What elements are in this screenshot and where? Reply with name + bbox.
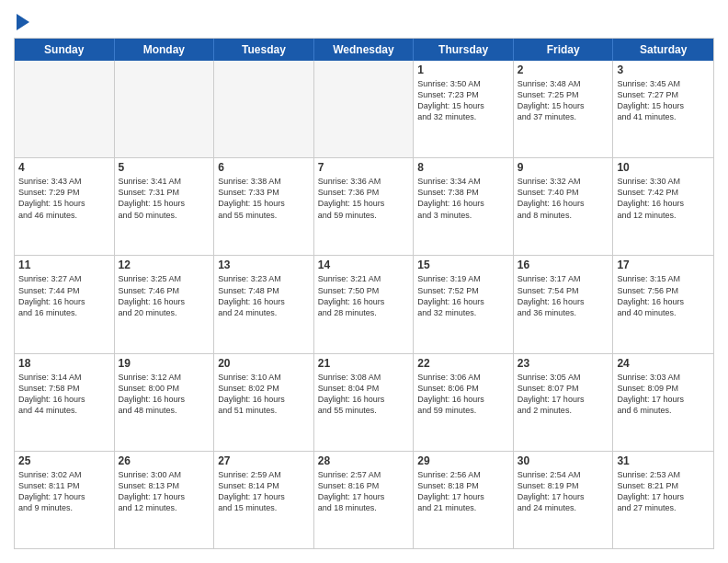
cell-info: Sunrise: 3:21 AMSunset: 7:50 PMDaylight:… [318,273,410,318]
cal-cell: 29Sunrise: 2:56 AMSunset: 8:18 PMDayligh… [414,452,514,548]
cal-cell: 9Sunrise: 3:32 AMSunset: 7:40 PMDaylight… [514,158,614,255]
cal-cell: 31Sunrise: 2:53 AMSunset: 8:21 PMDayligh… [613,452,713,548]
day-number: 28 [318,454,410,467]
day-number: 27 [218,454,310,467]
day-number: 6 [218,161,310,174]
day-number: 18 [18,357,110,370]
cell-info: Sunrise: 2:54 AMSunset: 8:19 PMDaylight:… [518,469,609,514]
cell-info: Sunrise: 3:25 AMSunset: 7:46 PMDaylight:… [119,273,210,318]
cell-info: Sunrise: 3:15 AMSunset: 7:56 PMDaylight:… [617,273,710,318]
cell-info: Sunrise: 3:30 AMSunset: 7:42 PMDaylight:… [617,176,710,221]
cal-cell [214,61,314,157]
cell-info: Sunrise: 2:57 AMSunset: 8:16 PMDaylight:… [318,469,410,514]
day-number: 5 [119,161,210,174]
day-number: 2 [518,63,609,76]
day-number: 12 [119,259,210,271]
cal-cell: 5Sunrise: 3:41 AMSunset: 7:31 PMDaylight… [115,158,215,255]
day-number: 23 [518,357,609,370]
cal-cell: 23Sunrise: 3:05 AMSunset: 8:07 PMDayligh… [514,354,614,451]
cal-cell: 2Sunrise: 3:48 AMSunset: 7:25 PMDaylight… [514,61,614,157]
cal-cell: 12Sunrise: 3:25 AMSunset: 7:46 PMDayligh… [115,256,215,352]
cal-cell: 24Sunrise: 3:03 AMSunset: 8:09 PMDayligh… [613,354,713,451]
day-number: 31 [617,454,710,467]
cell-info: Sunrise: 3:02 AMSunset: 8:11 PMDaylight:… [18,469,110,514]
cell-info: Sunrise: 3:23 AMSunset: 7:48 PMDaylight:… [218,273,310,318]
cell-info: Sunrise: 3:50 AMSunset: 7:23 PMDaylight:… [417,78,509,123]
calendar: SundayMondayTuesdayWednesdayThursdayFrid… [14,38,714,549]
cell-info: Sunrise: 3:48 AMSunset: 7:25 PMDaylight:… [518,78,609,123]
cell-info: Sunrise: 3:34 AMSunset: 7:38 PMDaylight:… [417,176,509,221]
calendar-header: SundayMondayTuesdayWednesdayThursdayFrid… [15,39,713,61]
day-number: 17 [617,259,710,271]
cell-info: Sunrise: 3:06 AMSunset: 8:06 PMDaylight:… [417,372,509,417]
cell-info: Sunrise: 3:36 AMSunset: 7:36 PMDaylight:… [318,176,410,221]
calendar-row-1: 4Sunrise: 3:43 AMSunset: 7:29 PMDaylight… [15,158,713,256]
cal-cell: 17Sunrise: 3:15 AMSunset: 7:56 PMDayligh… [613,256,713,352]
cell-info: Sunrise: 3:41 AMSunset: 7:31 PMDaylight:… [119,176,210,221]
day-number: 25 [18,454,110,467]
calendar-row-0: 1Sunrise: 3:50 AMSunset: 7:23 PMDaylight… [15,61,713,158]
header-day-sunday: Sunday [15,39,115,61]
cal-cell: 14Sunrise: 3:21 AMSunset: 7:50 PMDayligh… [314,256,415,352]
cal-cell: 30Sunrise: 2:54 AMSunset: 8:19 PMDayligh… [514,452,614,548]
day-number: 16 [518,259,609,271]
header-day-friday: Friday [514,39,614,61]
cal-cell [115,61,215,157]
day-number: 9 [518,161,609,174]
cal-cell: 10Sunrise: 3:30 AMSunset: 7:42 PMDayligh… [613,158,713,255]
calendar-row-4: 25Sunrise: 3:02 AMSunset: 8:11 PMDayligh… [15,452,713,548]
header-day-tuesday: Tuesday [214,39,314,61]
cell-info: Sunrise: 3:27 AMSunset: 7:44 PMDaylight:… [18,273,110,318]
cell-info: Sunrise: 3:43 AMSunset: 7:29 PMDaylight:… [18,176,110,221]
calendar-row-3: 18Sunrise: 3:14 AMSunset: 7:58 PMDayligh… [15,354,713,452]
cal-cell [314,61,415,157]
cal-cell: 15Sunrise: 3:19 AMSunset: 7:52 PMDayligh… [414,256,514,352]
cell-info: Sunrise: 3:38 AMSunset: 7:33 PMDaylight:… [218,176,310,221]
cal-cell: 18Sunrise: 3:14 AMSunset: 7:58 PMDayligh… [15,354,115,451]
cell-info: Sunrise: 3:05 AMSunset: 8:07 PMDaylight:… [518,372,609,417]
cal-cell: 6Sunrise: 3:38 AMSunset: 7:33 PMDaylight… [214,158,314,255]
logo [14,14,29,29]
calendar-body: 1Sunrise: 3:50 AMSunset: 7:23 PMDaylight… [15,61,713,548]
day-number: 11 [18,259,110,271]
cell-info: Sunrise: 3:00 AMSunset: 8:13 PMDaylight:… [119,469,210,514]
cell-info: Sunrise: 3:17 AMSunset: 7:54 PMDaylight:… [518,273,609,318]
day-number: 20 [218,357,310,370]
cal-cell: 13Sunrise: 3:23 AMSunset: 7:48 PMDayligh… [214,256,314,352]
cal-cell [15,61,115,157]
day-number: 8 [417,161,509,174]
cell-info: Sunrise: 2:56 AMSunset: 8:18 PMDaylight:… [417,469,509,514]
day-number: 29 [417,454,509,467]
cal-cell: 11Sunrise: 3:27 AMSunset: 7:44 PMDayligh… [15,256,115,352]
cal-cell: 3Sunrise: 3:45 AMSunset: 7:27 PMDaylight… [613,61,713,157]
cal-cell: 8Sunrise: 3:34 AMSunset: 7:38 PMDaylight… [414,158,514,255]
cal-cell: 7Sunrise: 3:36 AMSunset: 7:36 PMDaylight… [314,158,415,255]
cell-info: Sunrise: 3:08 AMSunset: 8:04 PMDaylight:… [318,372,410,417]
day-number: 1 [417,63,509,76]
day-number: 14 [318,259,410,271]
cal-cell: 1Sunrise: 3:50 AMSunset: 7:23 PMDaylight… [414,61,514,157]
day-number: 19 [119,357,210,370]
header-day-thursday: Thursday [414,39,514,61]
cell-info: Sunrise: 2:53 AMSunset: 8:21 PMDaylight:… [617,469,710,514]
cal-cell: 27Sunrise: 2:59 AMSunset: 8:14 PMDayligh… [214,452,314,548]
cal-cell: 22Sunrise: 3:06 AMSunset: 8:06 PMDayligh… [414,354,514,451]
cal-cell: 19Sunrise: 3:12 AMSunset: 8:00 PMDayligh… [115,354,215,451]
day-number: 7 [318,161,410,174]
cell-info: Sunrise: 2:59 AMSunset: 8:14 PMDaylight:… [218,469,310,514]
header [14,14,714,29]
header-day-monday: Monday [115,39,215,61]
cal-cell: 28Sunrise: 2:57 AMSunset: 8:16 PMDayligh… [314,452,415,548]
header-day-wednesday: Wednesday [314,39,415,61]
cal-cell: 25Sunrise: 3:02 AMSunset: 8:11 PMDayligh… [15,452,115,548]
cell-info: Sunrise: 3:32 AMSunset: 7:40 PMDaylight:… [518,176,609,221]
cal-cell: 4Sunrise: 3:43 AMSunset: 7:29 PMDaylight… [15,158,115,255]
day-number: 4 [18,161,110,174]
cal-cell: 21Sunrise: 3:08 AMSunset: 8:04 PMDayligh… [314,354,415,451]
page: SundayMondayTuesdayWednesdayThursdayFrid… [0,0,728,563]
logo-arrow-icon [17,14,29,30]
cell-info: Sunrise: 3:10 AMSunset: 8:02 PMDaylight:… [218,372,310,417]
calendar-row-2: 11Sunrise: 3:27 AMSunset: 7:44 PMDayligh… [15,256,713,353]
day-number: 21 [318,357,410,370]
cell-info: Sunrise: 3:14 AMSunset: 7:58 PMDaylight:… [18,372,110,417]
